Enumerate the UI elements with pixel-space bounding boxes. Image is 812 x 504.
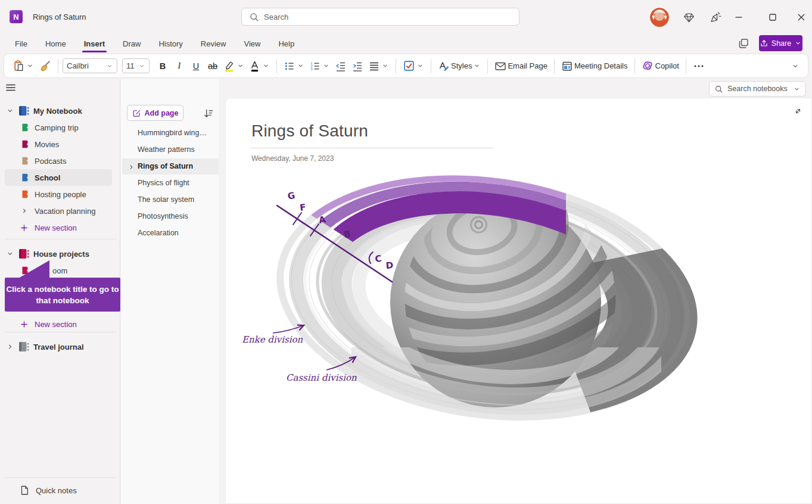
ribbon-divider — [554, 59, 555, 73]
notebook-icon — [17, 341, 30, 353]
menu-tab-home[interactable]: Home — [36, 34, 75, 53]
styles-icon — [438, 60, 450, 72]
decrease-indent-button[interactable] — [332, 57, 349, 75]
sort-pages-button[interactable] — [203, 108, 214, 119]
section-tab-icon — [20, 172, 30, 183]
menu-tab-insert[interactable]: Insert — [75, 34, 114, 53]
search-icon — [714, 85, 723, 94]
ribbon-toolbar: Cailbri 11 B I U ab 1 2 3 Styles Email P… — [4, 54, 808, 78]
expand-page-button[interactable] — [793, 106, 803, 116]
ribbon-divider — [487, 59, 488, 73]
menu-tab-file[interactable]: File — [6, 34, 36, 53]
paste-button[interactable] — [10, 57, 36, 75]
increase-indent-button[interactable] — [349, 57, 366, 75]
compose-icon — [132, 108, 141, 117]
ribbon-divider — [686, 59, 686, 73]
email-page-button[interactable]: Email Page — [492, 57, 549, 75]
search-notebooks-input[interactable]: Search notebooks — [709, 81, 806, 97]
chevron-down-icon — [106, 63, 113, 70]
alignment-icon — [368, 60, 380, 72]
notebook-my-notebook[interactable]: My Notebook — [0, 102, 120, 119]
chevron-down-icon — [138, 63, 145, 70]
close-button[interactable] — [793, 10, 810, 25]
ribbon-divider — [431, 59, 431, 73]
notebook-travel-journal[interactable]: Travel journal — [0, 338, 120, 355]
side-by-side-icon[interactable] — [738, 38, 749, 49]
collapse-ribbon-button[interactable] — [789, 57, 802, 75]
section-podcasts[interactable]: Podcasts — [5, 153, 112, 169]
avatar[interactable] — [650, 8, 669, 27]
chevron-down-icon — [26, 62, 34, 70]
italic-button[interactable]: I — [171, 57, 188, 75]
section-tab-icon — [20, 139, 30, 150]
menu-tab-history[interactable]: History — [150, 34, 191, 53]
alignment-button[interactable] — [366, 57, 391, 75]
bullet-list-button[interactable] — [281, 57, 307, 75]
page-item[interactable]: The solar system — [122, 192, 219, 208]
whats-new-icon[interactable] — [710, 11, 722, 24]
search-placeholder: Search — [264, 13, 288, 21]
saturn-figure[interactable]: G F A B C D Enke division Cassini divisi… — [232, 169, 709, 437]
hamburger-menu-button[interactable] — [5, 82, 17, 94]
underline-button[interactable]: U — [188, 57, 204, 75]
envelope-icon — [494, 60, 506, 72]
strikethrough-button[interactable]: ab — [204, 57, 221, 75]
page-item[interactable]: Physics of flight — [122, 175, 219, 191]
notebook-house-projects[interactable]: House projects — [0, 245, 120, 262]
copilot-button[interactable]: Copilot — [639, 57, 682, 75]
global-search-input[interactable]: Search — [241, 8, 519, 26]
menu-tab-help[interactable]: Help — [269, 34, 303, 53]
page-item[interactable]: Accelaration — [122, 225, 219, 241]
page-item[interactable]: Photosynthesis — [122, 209, 219, 225]
add-page-button[interactable]: Add page — [127, 105, 183, 121]
page-title[interactable]: Rings of Saturn — [251, 122, 368, 141]
menu-tab-draw[interactable]: Draw — [114, 34, 150, 53]
numbered-list-button[interactable]: 1 2 3 — [307, 57, 332, 75]
title-bar: N Rings of Saturn Search — [0, 0, 812, 33]
menu-bar: File Home Insert Draw History Review Vie… — [0, 33, 812, 54]
section-movies[interactable]: Movies — [5, 136, 112, 153]
new-section-button[interactable]: New section — [5, 219, 112, 236]
increase-indent-icon — [351, 60, 363, 72]
onenote-window: N Rings of Saturn Search File Home Inser… — [0, 0, 812, 504]
highlighter-button[interactable] — [221, 57, 247, 75]
page-item[interactable]: Weather patterns — [122, 142, 219, 158]
expand-icon — [793, 106, 803, 116]
menu-tab-view[interactable]: View — [235, 34, 269, 53]
quick-notes-button[interactable]: Quick notes — [0, 482, 120, 499]
page-item[interactable]: Hummingbird wing… — [122, 125, 219, 141]
meeting-details-button[interactable]: Meeting Details — [559, 57, 630, 75]
section-hosting-people[interactable]: Hosting people — [5, 186, 112, 203]
ribbon-divider — [58, 59, 58, 73]
minimize-button[interactable] — [730, 10, 747, 25]
ribbon-overflow-button[interactable] — [690, 57, 707, 75]
sidebar-divider — [5, 239, 116, 239]
format-painter-button[interactable] — [36, 57, 54, 75]
share-button[interactable]: Share — [759, 35, 802, 51]
maximize-button[interactable] — [764, 10, 781, 25]
new-section-button[interactable]: New section — [5, 316, 112, 332]
notebook-icon — [17, 105, 30, 117]
chevron-down-icon — [791, 62, 799, 70]
section-tab-icon — [20, 155, 30, 166]
font-color-icon — [249, 60, 261, 72]
menu-tab-review[interactable]: Review — [192, 34, 235, 53]
notebook-tooltip: Click a notebook title to go to that not… — [5, 278, 120, 312]
font-name-select[interactable]: Cailbri — [63, 58, 117, 73]
section-camping-trip[interactable]: Camping trip — [5, 119, 112, 136]
font-color-button[interactable] — [247, 57, 272, 75]
copilot-icon — [642, 60, 654, 72]
search-icon — [249, 12, 259, 22]
styles-button[interactable]: Styles — [435, 57, 483, 75]
section-school[interactable]: School — [5, 169, 112, 186]
bold-button[interactable]: B — [154, 57, 171, 75]
premium-diamond-icon[interactable] — [683, 11, 695, 24]
page-item-active[interactable]: Rings of Saturn — [122, 158, 219, 175]
chevron-down-icon — [262, 62, 270, 70]
todo-tag-button[interactable] — [400, 57, 427, 75]
font-size-select[interactable]: 11 — [122, 58, 150, 73]
sidebar-divider — [5, 477, 116, 478]
format-painter-icon — [39, 60, 51, 72]
section-group-vacation-planning[interactable]: Vacation planning — [5, 203, 112, 219]
hamburger-icon — [5, 82, 17, 94]
